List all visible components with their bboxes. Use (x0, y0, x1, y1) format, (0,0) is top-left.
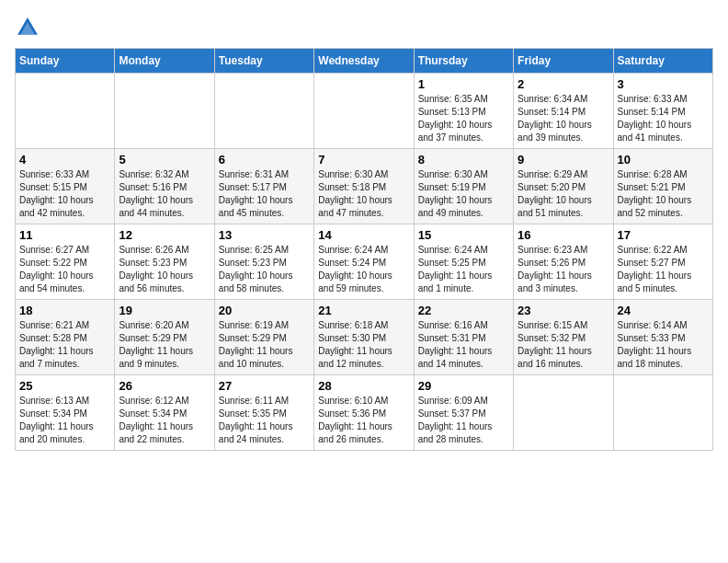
calendar-cell: 14Sunrise: 6:24 AM Sunset: 5:24 PM Dayli… (314, 224, 414, 300)
day-number: 1 (418, 77, 509, 91)
day-info: Sunrise: 6:30 AM Sunset: 5:19 PM Dayligh… (418, 168, 509, 220)
calendar-cell: 18Sunrise: 6:21 AM Sunset: 5:28 PM Dayli… (16, 300, 115, 375)
day-number: 26 (119, 379, 210, 393)
calendar-cell: 20Sunrise: 6:19 AM Sunset: 5:29 PM Dayli… (214, 300, 313, 375)
calendar-cell: 2Sunrise: 6:34 AM Sunset: 5:14 PM Daylig… (514, 74, 613, 149)
calendar-cell: 21Sunrise: 6:18 AM Sunset: 5:30 PM Dayli… (314, 300, 414, 375)
day-number: 12 (119, 228, 210, 242)
calendar-cell: 23Sunrise: 6:15 AM Sunset: 5:32 PM Dayli… (514, 300, 613, 375)
day-info: Sunrise: 6:21 AM Sunset: 5:28 PM Dayligh… (19, 319, 110, 371)
calendar-cell: 12Sunrise: 6:26 AM Sunset: 5:23 PM Dayli… (115, 224, 214, 300)
day-number: 14 (318, 228, 409, 242)
day-info: Sunrise: 6:25 AM Sunset: 5:23 PM Dayligh… (219, 244, 310, 295)
day-info: Sunrise: 6:12 AM Sunset: 5:34 PM Dayligh… (119, 395, 210, 446)
day-info: Sunrise: 6:16 AM Sunset: 5:31 PM Dayligh… (418, 319, 509, 371)
calendar-cell: 17Sunrise: 6:22 AM Sunset: 5:27 PM Dayli… (613, 224, 712, 300)
day-number: 21 (318, 304, 409, 317)
day-number: 15 (418, 228, 509, 242)
calendar-cell: 9Sunrise: 6:29 AM Sunset: 5:20 PM Daylig… (514, 149, 613, 224)
day-number: 6 (219, 153, 310, 167)
page-header (15, 15, 713, 40)
calendar-cell: 27Sunrise: 6:11 AM Sunset: 5:35 PM Dayli… (214, 375, 313, 451)
day-number: 29 (418, 379, 509, 393)
day-info: Sunrise: 6:35 AM Sunset: 5:13 PM Dayligh… (418, 93, 509, 144)
day-info: Sunrise: 6:29 AM Sunset: 5:20 PM Dayligh… (518, 168, 609, 220)
day-info: Sunrise: 6:20 AM Sunset: 5:29 PM Dayligh… (119, 319, 210, 371)
day-number: 16 (518, 228, 609, 242)
day-number: 9 (518, 153, 609, 167)
day-info: Sunrise: 6:33 AM Sunset: 5:15 PM Dayligh… (19, 168, 110, 220)
calendar-cell: 10Sunrise: 6:28 AM Sunset: 5:21 PM Dayli… (613, 149, 712, 224)
calendar-cell (613, 375, 712, 451)
weekday-header-tuesday: Tuesday (214, 49, 313, 74)
calendar-cell: 16Sunrise: 6:23 AM Sunset: 5:26 PM Dayli… (514, 224, 613, 300)
calendar-cell: 13Sunrise: 6:25 AM Sunset: 5:23 PM Dayli… (214, 224, 313, 300)
day-info: Sunrise: 6:15 AM Sunset: 5:32 PM Dayligh… (518, 319, 609, 371)
day-number: 2 (518, 77, 609, 91)
day-info: Sunrise: 6:27 AM Sunset: 5:22 PM Dayligh… (19, 244, 110, 295)
weekday-header-row: SundayMondayTuesdayWednesdayThursdayFrid… (16, 49, 713, 74)
day-number: 8 (418, 153, 509, 167)
day-number: 24 (618, 304, 709, 317)
week-row-5: 25Sunrise: 6:13 AM Sunset: 5:34 PM Dayli… (16, 375, 713, 451)
day-info: Sunrise: 6:18 AM Sunset: 5:30 PM Dayligh… (318, 319, 409, 371)
week-row-1: 1Sunrise: 6:35 AM Sunset: 5:13 PM Daylig… (16, 74, 713, 149)
day-number: 27 (219, 379, 310, 393)
calendar-cell: 11Sunrise: 6:27 AM Sunset: 5:22 PM Dayli… (16, 224, 115, 300)
calendar-cell: 22Sunrise: 6:16 AM Sunset: 5:31 PM Dayli… (414, 300, 513, 375)
day-info: Sunrise: 6:24 AM Sunset: 5:25 PM Dayligh… (418, 244, 509, 295)
calendar-cell (514, 375, 613, 451)
day-number: 10 (618, 153, 709, 167)
weekday-header-friday: Friday (514, 49, 613, 74)
day-number: 11 (19, 228, 110, 242)
day-info: Sunrise: 6:30 AM Sunset: 5:18 PM Dayligh… (318, 168, 409, 220)
day-number: 17 (618, 228, 709, 242)
day-number: 3 (618, 77, 709, 91)
weekday-header-sunday: Sunday (16, 49, 115, 74)
day-info: Sunrise: 6:10 AM Sunset: 5:36 PM Dayligh… (318, 395, 409, 446)
calendar-cell (16, 74, 115, 149)
calendar-cell (314, 74, 414, 149)
calendar-cell (115, 74, 214, 149)
day-number: 23 (518, 304, 609, 317)
day-info: Sunrise: 6:13 AM Sunset: 5:34 PM Dayligh… (19, 395, 110, 446)
day-info: Sunrise: 6:14 AM Sunset: 5:33 PM Dayligh… (618, 319, 709, 371)
calendar-cell: 4Sunrise: 6:33 AM Sunset: 5:15 PM Daylig… (16, 149, 115, 224)
calendar-table: SundayMondayTuesdayWednesdayThursdayFrid… (15, 48, 713, 451)
weekday-header-monday: Monday (115, 49, 214, 74)
day-info: Sunrise: 6:23 AM Sunset: 5:26 PM Dayligh… (518, 244, 609, 295)
calendar-cell: 29Sunrise: 6:09 AM Sunset: 5:37 PM Dayli… (414, 375, 513, 451)
day-info: Sunrise: 6:26 AM Sunset: 5:23 PM Dayligh… (119, 244, 210, 295)
day-number: 13 (219, 228, 310, 242)
calendar-cell: 26Sunrise: 6:12 AM Sunset: 5:34 PM Dayli… (115, 375, 214, 451)
week-row-2: 4Sunrise: 6:33 AM Sunset: 5:15 PM Daylig… (16, 149, 713, 224)
day-info: Sunrise: 6:19 AM Sunset: 5:29 PM Dayligh… (219, 319, 310, 371)
logo-icon (15, 15, 40, 40)
day-info: Sunrise: 6:09 AM Sunset: 5:37 PM Dayligh… (418, 395, 509, 446)
weekday-header-wednesday: Wednesday (314, 49, 414, 74)
calendar-cell (214, 74, 313, 149)
day-info: Sunrise: 6:31 AM Sunset: 5:17 PM Dayligh… (219, 168, 310, 220)
day-number: 28 (318, 379, 409, 393)
day-number: 19 (119, 304, 210, 317)
day-info: Sunrise: 6:28 AM Sunset: 5:21 PM Dayligh… (618, 168, 709, 220)
day-number: 25 (19, 379, 110, 393)
calendar-cell: 28Sunrise: 6:10 AM Sunset: 5:36 PM Dayli… (314, 375, 414, 451)
calendar-header: SundayMondayTuesdayWednesdayThursdayFrid… (16, 49, 713, 74)
calendar-cell: 25Sunrise: 6:13 AM Sunset: 5:34 PM Dayli… (16, 375, 115, 451)
day-info: Sunrise: 6:34 AM Sunset: 5:14 PM Dayligh… (518, 93, 609, 144)
calendar-cell: 1Sunrise: 6:35 AM Sunset: 5:13 PM Daylig… (414, 74, 513, 149)
week-row-4: 18Sunrise: 6:21 AM Sunset: 5:28 PM Dayli… (16, 300, 713, 375)
calendar-cell: 5Sunrise: 6:32 AM Sunset: 5:16 PM Daylig… (115, 149, 214, 224)
day-number: 5 (119, 153, 210, 167)
calendar-cell: 6Sunrise: 6:31 AM Sunset: 5:17 PM Daylig… (214, 149, 313, 224)
weekday-header-saturday: Saturday (613, 49, 712, 74)
day-info: Sunrise: 6:33 AM Sunset: 5:14 PM Dayligh… (618, 93, 709, 144)
calendar-cell: 24Sunrise: 6:14 AM Sunset: 5:33 PM Dayli… (613, 300, 712, 375)
calendar-cell: 15Sunrise: 6:24 AM Sunset: 5:25 PM Dayli… (414, 224, 513, 300)
day-number: 18 (19, 304, 110, 317)
calendar-cell: 19Sunrise: 6:20 AM Sunset: 5:29 PM Dayli… (115, 300, 214, 375)
day-info: Sunrise: 6:24 AM Sunset: 5:24 PM Dayligh… (318, 244, 409, 295)
day-number: 7 (318, 153, 409, 167)
day-number: 4 (19, 153, 110, 167)
